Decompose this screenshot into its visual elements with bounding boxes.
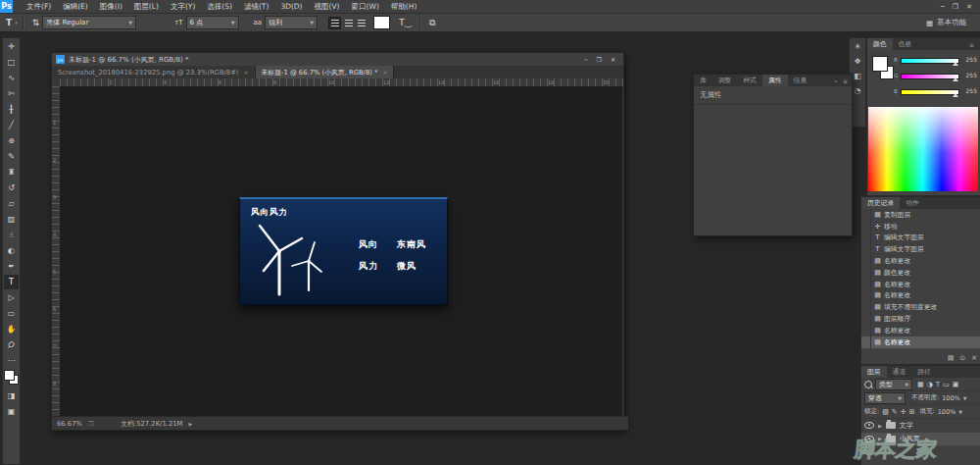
clone-stamp-tool[interactable]: ♜ — [4, 165, 19, 180]
history-source-checkbox[interactable] — [861, 267, 871, 279]
doc-tab-screenshot[interactable]: Screenshot_20180416-232925.png @ 23.3%(R… — [52, 66, 256, 78]
panel-tab[interactable]: 图层 — [861, 366, 887, 378]
menu-item[interactable]: 选择(S) — [201, 0, 238, 13]
collapse-panel-icon[interactable]: » — [834, 78, 838, 84]
menu-item[interactable]: 文字(Y) — [165, 0, 201, 13]
history-source-checkbox[interactable] — [861, 279, 871, 290]
history-brush-tool[interactable]: ↺ — [4, 181, 19, 195]
status-popup-icon[interactable]: ▶ — [188, 421, 192, 427]
lasso-tool[interactable]: ∿ — [4, 71, 19, 85]
weather-widget[interactable]: 风向风力 风向 东南风 风力 微风 — [239, 197, 448, 305]
align-left-icon[interactable] — [328, 17, 341, 29]
panel-menu-icon[interactable]: ≡ — [843, 78, 848, 84]
menu-item[interactable]: 3D(D) — [274, 0, 308, 13]
pen-tool[interactable]: ✒ — [4, 259, 19, 274]
clone-source-icon[interactable]: ◔ — [855, 86, 861, 95]
dodge-tool[interactable]: ◐ — [4, 243, 19, 258]
warp-text-icon[interactable]: T‿ — [399, 18, 412, 27]
menu-item[interactable]: 滤镜(T) — [238, 0, 274, 13]
quick-mask-icon[interactable]: ◨ — [4, 388, 19, 403]
history-step[interactable]: T 编辑文字图层 — [861, 243, 980, 255]
panel-tab[interactable]: 属性 — [762, 75, 788, 86]
zoom-level[interactable]: 66.67% — [57, 420, 82, 428]
document-titlebar[interactable]: ps 未标题-1 @ 66.7% (小风页, RGB/8) * ─ ❐ ✕ — [52, 53, 623, 66]
slider-thumb[interactable] — [953, 93, 958, 97]
eyedropper-tool[interactable]: ╱ — [4, 118, 19, 132]
history-source-checkbox[interactable] — [861, 325, 871, 336]
quick-select-tool[interactable]: ✄ — [4, 86, 19, 101]
new-doc-from-state-icon[interactable]: ▤ — [948, 354, 955, 362]
panel-tab[interactable]: 信息 — [788, 75, 813, 86]
color-slider[interactable]: G 255 — [901, 72, 977, 81]
marquee-tool[interactable]: □ — [4, 55, 19, 70]
toggle-panels-icon[interactable]: ⧉ — [429, 18, 435, 28]
smudge-tool[interactable]: ☝ — [4, 228, 19, 242]
text-color-swatch[interactable] — [373, 16, 390, 29]
menu-item[interactable]: 文件(F) — [21, 0, 57, 13]
layer-filter-select[interactable]: 类型▼ — [875, 379, 912, 390]
minimize-icon[interactable]: ─ — [941, 3, 945, 11]
align-center-icon[interactable] — [343, 18, 354, 28]
lock-paint-icon[interactable]: ✎ — [892, 408, 898, 416]
slider-track[interactable] — [901, 74, 959, 79]
tab-close-icon[interactable]: × — [244, 69, 249, 76]
opacity-value[interactable]: 100% — [942, 394, 960, 402]
crop-tool[interactable]: ╂ — [4, 102, 19, 117]
text-orientation-icon[interactable]: ⇅ — [32, 18, 40, 27]
history-source-checkbox[interactable] — [861, 301, 871, 313]
menu-item[interactable]: 窗口(W) — [346, 0, 385, 13]
layer-group-text[interactable]: ▶ 文字 — [861, 419, 980, 433]
font-size-select[interactable]: 6 点▼ — [186, 16, 239, 29]
history-source-checkbox[interactable] — [861, 209, 871, 221]
history-step[interactable]: ✛ 移动 — [861, 221, 980, 232]
panel-tab[interactable]: 路径 — [911, 366, 937, 378]
expand-triangle-icon[interactable]: ▶ — [878, 423, 882, 429]
align-right-icon[interactable] — [356, 18, 367, 28]
healing-brush-tool[interactable]: ⊕ — [4, 133, 19, 148]
panel-tab[interactable]: 色板 — [893, 38, 918, 50]
history-step[interactable]: ▤ 颜色更改 — [861, 267, 980, 279]
styles-icon[interactable]: ❖ — [854, 57, 860, 66]
font-family-select[interactable]: 黑体 Regular▼ — [42, 16, 136, 29]
history-step[interactable]: ▤ 名称更改 — [861, 325, 980, 336]
history-source-checkbox[interactable] — [861, 336, 871, 348]
panel-tab[interactable]: 通道 — [887, 366, 912, 378]
doc-restore-icon[interactable]: ❐ — [597, 56, 602, 63]
doc-tab-untitled[interactable]: 未标题-1 @ 66.7% (小风页, RGB/8) * × — [256, 66, 395, 78]
maximize-icon[interactable]: ❐ — [953, 3, 958, 11]
path-select-tool[interactable]: ▷ — [4, 290, 19, 305]
slider-thumb[interactable] — [953, 62, 958, 66]
slider-track[interactable] — [901, 89, 959, 95]
visibility-eye-icon[interactable] — [864, 422, 874, 429]
panel-tab[interactable]: 颜色 — [867, 38, 893, 50]
color-slider[interactable]: B 255 — [901, 87, 977, 97]
history-source-checkbox[interactable] — [861, 255, 871, 267]
lock-move-icon[interactable]: ✛ — [901, 408, 906, 416]
zoom-tool[interactable]: Ϙ — [4, 337, 19, 352]
slider-track[interactable] — [901, 58, 959, 64]
history-step[interactable]: ▤ 名称更改 — [861, 279, 980, 290]
foreground-swatch[interactable] — [872, 56, 888, 72]
hand-tool[interactable]: ✋ — [4, 322, 19, 336]
panel-tab[interactable]: 样式 — [737, 75, 762, 86]
close-icon[interactable]: ✕ — [966, 3, 972, 11]
workspace-switcher[interactable]: ▦ 基本功能 — [926, 18, 980, 27]
filter-shape-icon[interactable]: ▭ — [943, 381, 950, 388]
blend-mode-select[interactable]: 穿透▼ — [864, 392, 906, 404]
color-swatches[interactable] — [872, 56, 896, 79]
color-panel-menu-icon[interactable]: ≡ — [969, 41, 978, 48]
delete-state-icon[interactable]: ✕ — [971, 354, 977, 362]
history-source-checkbox[interactable] — [861, 290, 871, 302]
doc-close-icon[interactable]: ✕ — [611, 56, 615, 63]
filter-smart-icon[interactable]: ▣ — [953, 381, 959, 388]
menu-item[interactable]: 图层(L) — [128, 0, 165, 13]
doc-minimize-icon[interactable]: ─ — [584, 56, 588, 63]
filter-adjustment-icon[interactable]: ◑ — [927, 381, 933, 388]
tool-preset-caret-icon[interactable]: ▾ — [15, 20, 18, 26]
panel-tab[interactable]: 调整 — [712, 75, 738, 86]
libraries-icon[interactable]: ◧ — [854, 72, 861, 80]
history-step[interactable]: ▤ 图层顺序 — [861, 313, 980, 325]
brush-tool[interactable]: ✎ — [4, 149, 19, 164]
history-step[interactable]: ▤ 复制图层 — [861, 209, 980, 221]
menu-item[interactable]: 编辑(E) — [57, 0, 94, 13]
